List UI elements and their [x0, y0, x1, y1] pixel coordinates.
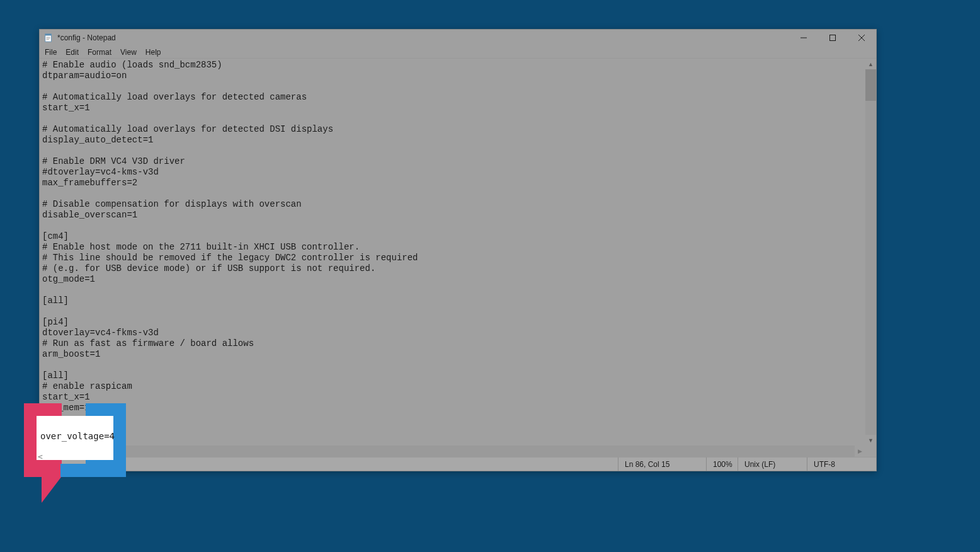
titlebar[interactable]: *config - Notepad [40, 30, 876, 46]
scroll-right-button[interactable]: ▶ [855, 446, 865, 457]
notepad-window: *config - Notepad File Edit Format View … [39, 29, 877, 471]
menubar: File Edit Format View Help [40, 46, 876, 59]
statusbar: Ln 86, Col 15 100% Unix (LF) UTF-8 [40, 457, 876, 471]
scroll-left-button[interactable]: ◀ [40, 446, 50, 457]
menu-help[interactable]: Help [144, 48, 162, 57]
menu-file[interactable]: File [43, 48, 58, 57]
vscroll-thumb[interactable] [865, 69, 876, 101]
notepad-icon [43, 33, 54, 43]
menu-edit[interactable]: Edit [64, 48, 80, 57]
window-title: *config - Notepad [57, 33, 789, 42]
close-button[interactable] [847, 30, 876, 46]
minimize-button[interactable] [789, 30, 818, 46]
editor-textarea[interactable]: # Enable audio (loads snd_bcm2835) dtpar… [40, 59, 876, 457]
svg-rect-1 [45, 34, 52, 36]
menu-view[interactable]: View [119, 48, 138, 57]
menu-format[interactable]: Format [86, 48, 113, 57]
status-eol: Unix (LF) [738, 457, 807, 471]
vscroll-track[interactable] [865, 69, 876, 435]
editor-container: # Enable audio (loads snd_bcm2835) dtpar… [40, 59, 876, 457]
svg-rect-6 [830, 35, 836, 41]
status-zoom: 100% [706, 457, 738, 471]
callout-red-tail [42, 471, 66, 503]
status-position: Ln 86, Col 15 [618, 457, 706, 471]
vertical-scrollbar[interactable]: ▲ ▼ [865, 59, 876, 446]
scroll-up-button[interactable]: ▲ [865, 59, 876, 69]
hscroll-track[interactable] [50, 446, 855, 457]
maximize-button[interactable] [818, 30, 847, 46]
horizontal-scrollbar[interactable]: ◀ ▶ [40, 446, 865, 457]
scroll-down-button[interactable]: ▼ [865, 435, 876, 446]
status-encoding: UTF-8 [807, 457, 876, 471]
